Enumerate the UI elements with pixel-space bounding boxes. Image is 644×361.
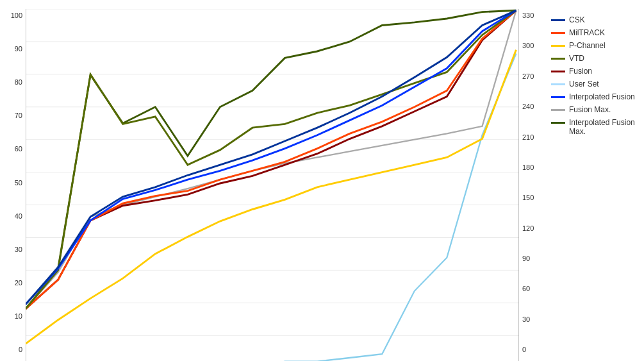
y-axis-left-label: 70	[15, 112, 22, 119]
y-axis-left-label: 50	[15, 180, 22, 187]
legend-item: P-Channel	[551, 41, 644, 50]
y-axis-left-label: 30	[15, 246, 22, 253]
legend-color-swatch	[551, 83, 565, 85]
legend-item: Interpolated Fusion Max.	[551, 118, 644, 136]
y-axis-left-label: 60	[15, 146, 22, 153]
legend-color-swatch	[551, 109, 565, 111]
legend-color-swatch	[551, 19, 565, 21]
y-axis-left-label: 10	[15, 313, 22, 320]
y-axis-right-label: 330	[522, 12, 534, 19]
legend-color-swatch	[551, 32, 565, 34]
chart-svg: 1 2 3 4 5 7 9 12 15 19 24 31 45 63 127 2…	[26, 9, 519, 361]
legend-label: P-Channel	[569, 41, 606, 50]
y-axis-right-label: 0	[522, 346, 526, 353]
legend-color-swatch	[551, 58, 565, 60]
legend-item: VTD	[551, 54, 644, 63]
legend-color-swatch	[551, 96, 565, 98]
y-axis-right-label: 270	[522, 73, 534, 80]
y-axis-right-label: 300	[522, 42, 534, 49]
y-axis-right-label: 60	[522, 285, 530, 292]
legend-label: MilTRACK	[569, 28, 605, 37]
y-axis-left-label: 40	[15, 213, 22, 220]
svg-wrapper: 1 2 3 4 5 7 9 12 15 19 24 31 45 63 127 2…	[26, 9, 519, 361]
legend-color-swatch	[551, 45, 565, 47]
y-axis-right: 3303002702402101801501209060300	[519, 9, 545, 361]
y-axis-right-label: 150	[522, 194, 534, 201]
legend-item: Interpolated Fusion	[551, 92, 644, 101]
y-axis-right-label: 180	[522, 164, 534, 171]
legend-label: CSK	[569, 15, 585, 24]
legend-color-swatch	[551, 122, 565, 124]
legend-label: Interpolated Fusion Max.	[569, 118, 644, 136]
y-axis-right-label: 30	[522, 316, 530, 323]
y-axis-left: 1009080706050403020100	[0, 9, 26, 361]
legend-item: User Set	[551, 80, 644, 88]
legend-label: Interpolated Fusion	[569, 92, 635, 101]
legend-label: User Set	[569, 80, 599, 88]
y-axis-left-label: 20	[15, 280, 22, 287]
legend-label: Fusion	[569, 67, 592, 76]
y-axis-right-label: 120	[522, 225, 534, 232]
legend-label: VTD	[569, 54, 584, 63]
y-axis-right-label: 90	[522, 255, 530, 262]
y-axis-right-label: 240	[522, 103, 534, 110]
chart-container: 1009080706050403020100	[0, 0, 644, 361]
y-axis-right-label: 210	[522, 134, 534, 141]
y-axis-left-label: 100	[11, 12, 22, 19]
legend-item: MilTRACK	[551, 28, 644, 37]
y-axis-left-label: 0	[19, 346, 22, 353]
legend-item: CSK	[551, 15, 644, 24]
legend-label: Fusion Max.	[569, 105, 611, 114]
legend-item: Fusion	[551, 67, 644, 76]
chart-area: 1009080706050403020100	[0, 9, 644, 361]
y-axis-left-label: 80	[15, 79, 22, 86]
y-axis-left-label: 90	[15, 46, 22, 53]
legend-item: Fusion Max.	[551, 105, 644, 114]
legend: CSKMilTRACKP-ChannelVTDFusionUser SetInt…	[545, 9, 644, 361]
legend-color-swatch	[551, 71, 565, 72]
